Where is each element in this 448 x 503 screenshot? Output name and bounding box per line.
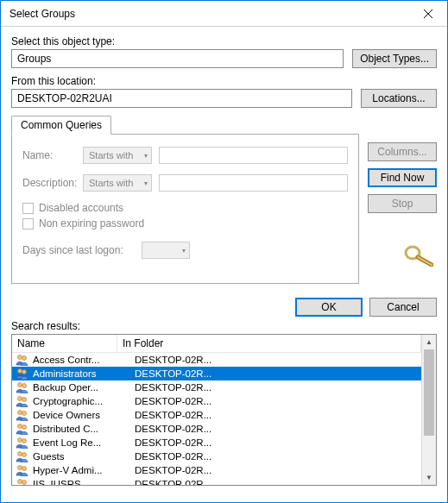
titlebar: Select Groups [1, 1, 447, 27]
cell-folder: DESKTOP-02R... [128, 465, 211, 475]
svg-point-7 [18, 397, 22, 401]
stop-button[interactable]: Stop [368, 194, 437, 213]
group-icon [16, 464, 29, 476]
group-icon [16, 354, 29, 366]
cell-name: Hyper-V Admi... [33, 465, 128, 475]
cell-folder: DESKTOP-02R... [128, 355, 211, 365]
group-icon [16, 437, 29, 449]
object-type-field[interactable]: Groups [11, 49, 344, 68]
name-input [159, 147, 348, 164]
cell-name: Event Log Re... [33, 437, 128, 448]
object-type-label: Select this object type: [11, 35, 437, 47]
days-since-last-logon-label: Days since last logon: [22, 244, 135, 256]
cell-name: Access Contr... [33, 355, 128, 365]
location-label: From this location: [11, 75, 437, 87]
non-expiring-password-label: Non expiring password [39, 217, 144, 229]
scroll-up-icon[interactable]: ▲ [422, 335, 436, 349]
svg-point-3 [18, 369, 22, 374]
svg-point-13 [18, 438, 22, 443]
search-results-label: Search results: [11, 320, 437, 332]
cell-folder: DESKTOP-02R... [128, 410, 211, 420]
cell-folder: DESKTOP-02R... [128, 479, 211, 485]
svg-point-19 [18, 480, 22, 484]
name-label: Name: [22, 149, 76, 161]
search-icon [402, 242, 437, 269]
non-expiring-password-checkbox [22, 218, 34, 229]
cell-folder: DESKTOP-02R... [128, 437, 211, 448]
table-row[interactable]: Backup Oper...DESKTOP-02R... [12, 380, 421, 394]
chevron-down-icon: ▾ [182, 247, 186, 255]
results-header[interactable]: Name In Folder [12, 335, 421, 353]
svg-point-15 [18, 452, 22, 456]
svg-point-8 [22, 398, 27, 402]
description-label: Description: [22, 177, 76, 189]
group-icon [16, 423, 29, 435]
svg-point-18 [22, 467, 27, 471]
svg-point-4 [22, 370, 27, 374]
columns-button[interactable]: Columns... [368, 142, 437, 161]
common-queries-panel: Name: Starts with ▾ Description: Starts … [11, 134, 359, 284]
svg-point-17 [18, 466, 22, 470]
group-icon [16, 381, 29, 393]
scroll-down-icon[interactable]: ▼ [422, 470, 436, 485]
cancel-button[interactable]: Cancel [369, 298, 437, 317]
cell-folder: DESKTOP-02R... [128, 368, 211, 379]
cell-folder: DESKTOP-02R... [128, 382, 211, 393]
cell-name: Guests [33, 451, 128, 462]
cell-name: IIS_IUSRS [33, 479, 128, 485]
group-icon [16, 409, 29, 421]
group-icon [16, 450, 29, 462]
svg-point-11 [18, 424, 22, 429]
table-row[interactable]: Hyper-V Admi...DESKTOP-02R... [12, 463, 421, 477]
close-icon [424, 9, 432, 18]
table-row[interactable]: AdministratorsDESKTOP-02R... [12, 367, 421, 380]
cell-name: Cryptographic... [33, 396, 128, 406]
description-input [159, 174, 348, 192]
svg-point-10 [22, 412, 27, 416]
results-body: Access Contr...DESKTOP-02R...Administrat… [12, 353, 421, 485]
disabled-accounts-label: Disabled accounts [39, 202, 123, 214]
table-row[interactable]: Event Log Re...DESKTOP-02R... [12, 436, 421, 450]
find-now-button[interactable]: Find Now [368, 168, 437, 187]
svg-point-9 [18, 411, 22, 415]
chevron-down-icon: ▾ [144, 152, 148, 160]
name-mode-select: Starts with ▾ [83, 147, 152, 164]
table-row[interactable]: IIS_IUSRSDESKTOP-02R... [12, 477, 421, 485]
chevron-down-icon: ▾ [144, 179, 148, 187]
close-button[interactable] [408, 1, 447, 27]
scrollbar-thumb[interactable] [424, 349, 434, 436]
ok-button[interactable]: OK [295, 298, 363, 317]
tab-common-queries[interactable]: Common Queries [11, 116, 111, 135]
column-header-folder[interactable]: In Folder [117, 335, 421, 352]
svg-point-14 [22, 439, 27, 443]
table-row[interactable]: GuestsDESKTOP-02R... [12, 450, 421, 463]
cell-folder: DESKTOP-02R... [128, 424, 211, 434]
object-types-button[interactable]: Object Types... [352, 49, 437, 68]
scrollbar[interactable]: ▲ ▼ [421, 335, 436, 485]
svg-point-16 [22, 453, 27, 457]
cell-name: Administrators [33, 368, 128, 379]
table-row[interactable]: Access Contr...DESKTOP-02R... [12, 353, 421, 367]
disabled-accounts-checkbox [22, 203, 34, 214]
table-row[interactable]: Device OwnersDESKTOP-02R... [12, 408, 421, 422]
svg-point-5 [18, 383, 22, 387]
location-field[interactable]: DESKTOP-02R2UAI [11, 89, 352, 108]
locations-button[interactable]: Locations... [361, 89, 437, 108]
cell-name: Device Owners [33, 410, 128, 420]
cell-name: Distributed C... [33, 424, 128, 434]
dialog-content: Select this object type: Groups Object T… [1, 27, 447, 491]
days-since-last-logon-select: ▾ [142, 242, 190, 259]
svg-point-1 [18, 355, 22, 360]
table-row[interactable]: Distributed C...DESKTOP-02R... [12, 422, 421, 436]
results-list: Name In Folder Access Contr...DESKTOP-02… [11, 334, 437, 486]
cell-folder: DESKTOP-02R... [128, 451, 211, 462]
svg-point-12 [22, 425, 27, 430]
column-header-name[interactable]: Name [12, 335, 117, 352]
cell-name: Backup Oper... [33, 382, 128, 393]
group-icon [16, 395, 29, 407]
side-button-column: Columns... Find Now Stop [368, 134, 437, 269]
table-row[interactable]: Cryptographic...DESKTOP-02R... [12, 394, 421, 408]
svg-point-2 [22, 356, 27, 361]
window-title: Select Groups [9, 8, 75, 20]
group-icon [16, 368, 29, 380]
